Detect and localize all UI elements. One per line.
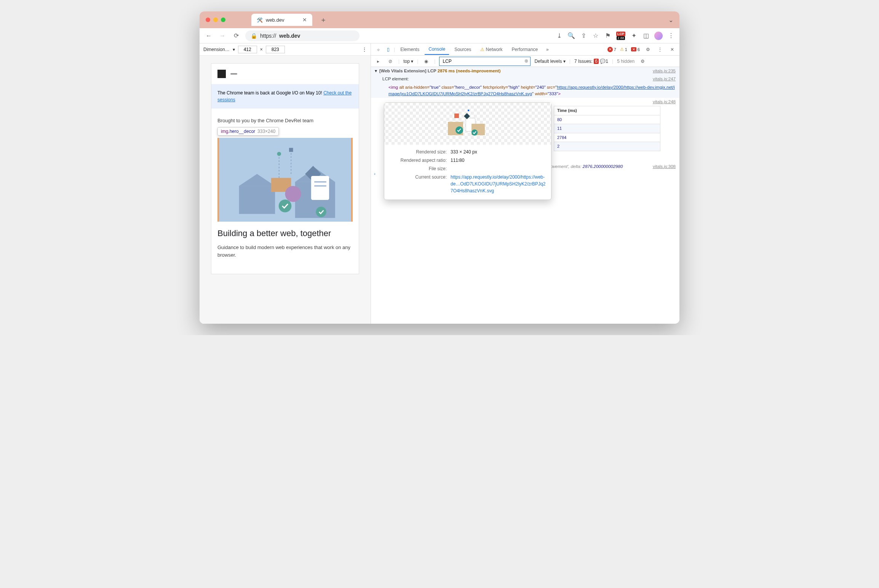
back-button[interactable]: ← [204, 31, 213, 40]
page-header [211, 64, 359, 84]
svg-marker-1 [239, 174, 275, 186]
page-title: Building a better web, together [217, 228, 353, 238]
share-icon[interactable]: ⇪ [580, 32, 587, 40]
dimensions-bar: Dimension…▾ × ⋮ [200, 43, 371, 56]
site-nav-icon [230, 73, 237, 75]
bookmark-icon[interactable]: ☆ [592, 32, 599, 40]
element-tooltip: img.hero__decor333×240 [217, 127, 279, 136]
warning-badge[interactable]: ⚠1 [620, 47, 627, 52]
gear-icon[interactable]: ⚙ [638, 57, 647, 66]
announcement-banner: The Chrome team is back at Google I/O on… [211, 84, 359, 109]
eye-icon[interactable]: ◉ [422, 57, 430, 66]
tab-network[interactable]: ⚠ Network [476, 45, 506, 54]
svg-rect-15 [289, 148, 293, 152]
gear-icon[interactable]: ⚙ [644, 45, 652, 54]
sidepanel-icon[interactable]: ◫ [642, 32, 650, 40]
browser-tab[interactable]: 🛠️ web.dev ✕ [251, 14, 312, 26]
url-host: web.dev [279, 33, 300, 39]
svg-point-11 [316, 207, 326, 217]
traffic-lights[interactable] [206, 18, 225, 22]
subtitle: Brought to you by the Chrome DevRel team [217, 118, 353, 123]
svg-point-14 [277, 152, 281, 156]
tab-title: web.dev [266, 17, 284, 23]
url-scheme: https:// [260, 33, 276, 39]
close-icon[interactable]: ✕ [302, 17, 307, 23]
tab-sources[interactable]: Sources [451, 45, 475, 54]
site-logo-icon [217, 70, 226, 78]
devtools-tabs: ⟐ ▯ | Elements Console Sources ⚠ Network… [371, 43, 679, 56]
titlebar: 🛠️ web.dev ✕ ＋ ⌄ [200, 11, 679, 28]
tab-performance[interactable]: Performance [508, 45, 542, 54]
device-icon[interactable]: ▯ [384, 45, 392, 54]
hidden-count: 5 hidden [617, 59, 634, 64]
tabs-dropdown-icon[interactable]: ⌄ [668, 16, 673, 24]
reload-button[interactable]: ⟳ [232, 31, 241, 40]
issues-link[interactable]: 7 Issues: 6 💬1 [574, 59, 608, 64]
filter-input[interactable] [439, 57, 531, 66]
timing-table: Time (ms) 80 11 2784 2 [554, 106, 660, 151]
dimensions-label[interactable]: Dimension… [203, 47, 230, 52]
source-url-link[interactable]: https://app.requestly.io/delay/2000/http… [451, 174, 545, 193]
page-viewport[interactable]: The Chrome team is back at Google I/O on… [200, 56, 371, 324]
context-selector[interactable]: top ▾ [403, 59, 413, 64]
hero-image [217, 138, 353, 222]
error-badge[interactable]: ✕7 [607, 47, 616, 52]
tab-favicon: 🛠️ [257, 17, 263, 23]
kebab-icon[interactable]: ⋮ [656, 45, 664, 54]
tab-elements[interactable]: Elements [396, 45, 423, 54]
levels-selector[interactable]: Default levels ▾ [534, 59, 565, 64]
lock-icon: 🔒 [251, 33, 257, 39]
page-description: Guidance to build modern web experiences… [217, 244, 353, 259]
flag-icon[interactable]: ⚑ [604, 32, 612, 40]
height-input[interactable] [266, 46, 285, 53]
more-icon[interactable]: ⋮ [362, 47, 367, 52]
browser-window: 🛠️ web.dev ✕ ＋ ⌄ ← → ⟳ 🔒 https://web.dev… [200, 11, 679, 324]
clear-icon[interactable]: ⊘ [386, 57, 395, 66]
console-toolbar: ▸ ⊘ | top ▾ | ◉ | ⊗ Default levels ▾ | 7… [371, 56, 679, 67]
blocked-badge[interactable]: ✕6 [631, 47, 640, 52]
svg-point-10 [279, 200, 292, 213]
image-preview-popup: Rendered size:333 × 240 px Rendered aspe… [384, 102, 551, 200]
toolbar-icons: ⤓ 🔍 ⇪ ☆ ⚑ LCP 2.88 ✦ ◫ ⋮ [555, 32, 675, 40]
svg-rect-21 [454, 113, 459, 118]
avatar[interactable] [654, 32, 663, 40]
source-link[interactable]: vitals.js:247 [653, 76, 676, 82]
width-input[interactable] [238, 46, 257, 53]
menu-icon[interactable]: ⋮ [667, 32, 675, 40]
svg-point-5 [285, 186, 301, 202]
close-icon[interactable]: ✕ [668, 45, 676, 54]
tab-console[interactable]: Console [425, 44, 449, 55]
new-tab-button[interactable]: ＋ [320, 15, 327, 24]
svg-point-20 [471, 129, 478, 136]
svg-rect-0 [239, 186, 275, 214]
more-tabs-icon[interactable]: » [543, 45, 551, 54]
source-link[interactable]: vitals.js:235 [653, 68, 676, 74]
search-icon[interactable]: 🔍 [567, 32, 575, 40]
forward-button: → [218, 31, 227, 40]
source-link[interactable]: vitals.js:308 [653, 163, 676, 170]
device-panel: Dimension…▾ × ⋮ The Chrome team is back … [200, 43, 371, 324]
svg-rect-23 [468, 110, 469, 111]
sidebar-toggle-icon[interactable]: ▸ [374, 57, 382, 66]
svg-rect-7 [311, 176, 329, 200]
console-output[interactable]: ▾ [Web Vitals Extension] LCP 2876 ms (ne… [371, 67, 679, 324]
preview-image [384, 103, 551, 145]
inspect-icon[interactable]: ⟐ [374, 45, 382, 54]
lcp-extension[interactable]: LCP 2.88 [616, 32, 625, 40]
address-bar: ← → ⟳ 🔒 https://web.dev ⤓ 🔍 ⇪ ☆ ⚑ LCP 2.… [200, 28, 679, 43]
extensions-icon[interactable]: ✦ [630, 32, 638, 40]
clear-filter-icon[interactable]: ⊗ [524, 58, 528, 64]
devtools-panel: ⟐ ▯ | Elements Console Sources ⚠ Network… [371, 43, 679, 324]
install-icon[interactable]: ⤓ [555, 32, 563, 40]
url-box[interactable]: 🔒 https://web.dev [245, 30, 360, 41]
source-link[interactable]: vitals.js:248 [653, 99, 676, 105]
